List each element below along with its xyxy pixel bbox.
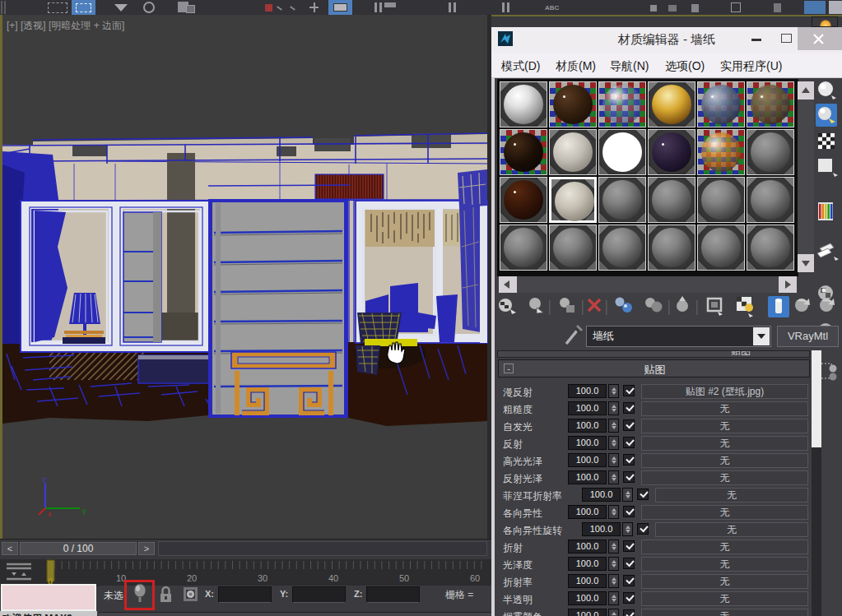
svg-text:[+] [透视] [明暗处理 + 边面]: [+] [透视] [明暗处理 + 边面] xyxy=(7,20,124,31)
svg-text:40: 40 xyxy=(328,573,338,583)
svg-text:50: 50 xyxy=(399,573,409,583)
svg-text:60: 60 xyxy=(470,573,480,583)
svg-text:y: y xyxy=(82,507,86,515)
svg-text:x: x xyxy=(48,510,52,518)
svg-text:z: z xyxy=(43,475,47,484)
svg-text:20: 20 xyxy=(187,573,197,583)
svg-text:30: 30 xyxy=(258,573,267,583)
